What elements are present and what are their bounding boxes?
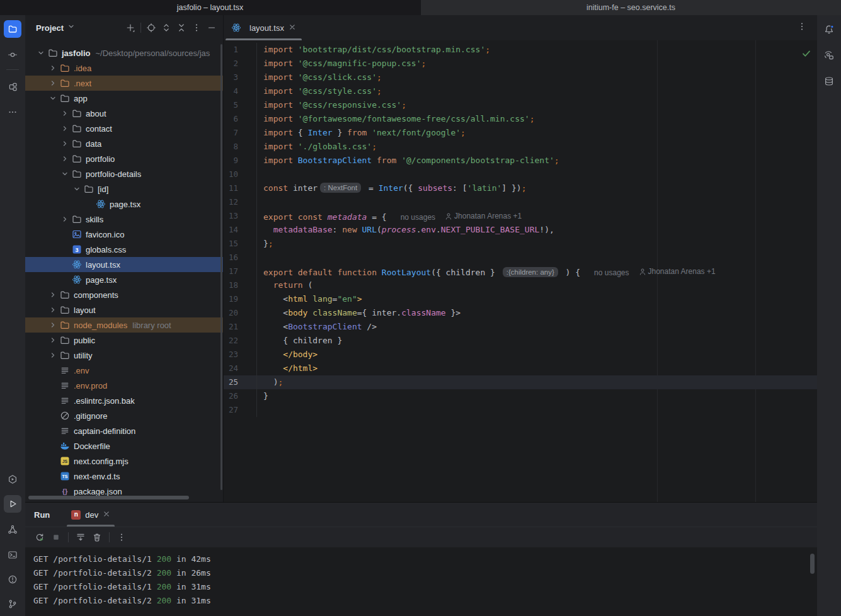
database-icon[interactable] bbox=[820, 72, 838, 90]
commit-icon[interactable] bbox=[4, 46, 21, 64]
window-tab-active[interactable]: jasfolio – layout.tsx bbox=[0, 0, 420, 15]
tree-item-portfolio[interactable]: portfolio bbox=[25, 151, 223, 166]
tree-item-page.tsx[interactable]: page.tsx bbox=[25, 197, 223, 212]
code-editor[interactable]: 1import 'bootstrap/dist/css/bootstrap.mi… bbox=[224, 40, 817, 502]
project-vertical-scrollbar[interactable] bbox=[220, 44, 222, 490]
structure-icon[interactable] bbox=[4, 78, 21, 96]
chevron-right-icon[interactable] bbox=[48, 290, 60, 300]
tree-item-label: next.config.mjs bbox=[74, 457, 129, 466]
project-horizontal-scrollbar[interactable] bbox=[28, 496, 189, 499]
chevron-down-icon[interactable] bbox=[60, 169, 72, 179]
tree-item-components[interactable]: components bbox=[25, 287, 223, 302]
tree-item-label: contact bbox=[86, 124, 112, 134]
line-number: 20 bbox=[224, 306, 257, 320]
options-icon[interactable] bbox=[189, 20, 204, 35]
chevron-right-icon[interactable] bbox=[60, 139, 72, 149]
tree-item-layout.tsx[interactable]: layout.tsx bbox=[25, 257, 223, 272]
tree-item-.env[interactable]: .env bbox=[25, 363, 223, 378]
folder-icon bbox=[72, 108, 82, 118]
tree-item-Dockerfile[interactable]: Dockerfile bbox=[25, 438, 223, 453]
tree-item-captain-definition[interactable]: captain-definition bbox=[25, 423, 223, 438]
run-console[interactable]: GET /portfolio-details/1 200 in 42msGET … bbox=[25, 547, 817, 616]
editor-tab-layout-tsx[interactable]: layout.tsx bbox=[224, 15, 304, 40]
tree-item-.eslintrc.json.bak[interactable]: .eslintrc.json.bak bbox=[25, 393, 223, 408]
collapse-all-icon[interactable] bbox=[174, 20, 189, 35]
project-folder-icon[interactable] bbox=[4, 20, 21, 38]
add-icon[interactable] bbox=[123, 20, 138, 35]
tree-item-.env.prod[interactable]: .env.prod bbox=[25, 378, 223, 393]
expand-all-icon[interactable] bbox=[159, 20, 174, 35]
tree-item-page.tsx[interactable]: page.tsx bbox=[25, 272, 223, 287]
scroll-to-end-icon[interactable] bbox=[72, 530, 89, 545]
console-scrollbar[interactable] bbox=[810, 554, 815, 574]
chevron-right-icon[interactable] bbox=[48, 305, 60, 315]
clear-icon[interactable] bbox=[89, 530, 105, 545]
code-line-14: 14 metadataBase: new URL(process.env.NEX… bbox=[224, 223, 817, 237]
rerun-icon[interactable] bbox=[31, 530, 48, 545]
tree-item-public[interactable]: public bbox=[25, 333, 223, 348]
textfile-icon bbox=[60, 380, 70, 391]
tree-item-globals.css[interactable]: 3globals.css bbox=[25, 242, 223, 257]
tree-item-node_modules[interactable]: node_moduleslibrary root bbox=[25, 317, 223, 333]
chevron-right-icon[interactable] bbox=[60, 154, 72, 164]
terminal-icon[interactable] bbox=[4, 546, 21, 564]
chevron-right-icon[interactable] bbox=[60, 123, 72, 134]
tree-item-skills[interactable]: skills bbox=[25, 212, 223, 227]
tree-item-favicon.ico[interactable]: favicon.ico bbox=[25, 227, 223, 242]
run-tab-dev[interactable]: n dev bbox=[65, 503, 117, 527]
code-line-9: 9import BootstrapClient from '@/componen… bbox=[224, 154, 817, 168]
chevron-down-icon[interactable] bbox=[48, 93, 60, 103]
chevron-right-icon[interactable] bbox=[48, 350, 60, 360]
dependencies-icon[interactable] bbox=[4, 521, 21, 539]
chevron-down-icon[interactable] bbox=[66, 21, 76, 34]
tree-item-.idea[interactable]: .idea bbox=[25, 60, 223, 76]
close-icon[interactable] bbox=[289, 23, 296, 33]
run-icon[interactable] bbox=[4, 495, 21, 513]
tree-item-contact[interactable]: contact bbox=[25, 121, 223, 136]
code-line-20: 20 <body className={ inter.className }> bbox=[224, 306, 817, 320]
inspections-ok-check-icon[interactable] bbox=[802, 48, 811, 62]
chevron-down-icon[interactable] bbox=[72, 184, 84, 194]
options-icon[interactable] bbox=[113, 530, 130, 545]
project-title[interactable]: Project bbox=[36, 23, 64, 33]
line-number: 1 bbox=[224, 43, 257, 57]
tree-item-portfolio-details[interactable]: portfolio-details bbox=[25, 166, 223, 181]
tree-item-app[interactable]: app bbox=[25, 91, 223, 106]
log-line: GET /portfolio-details/2 200 in 31ms bbox=[33, 594, 817, 608]
chevron-right-icon[interactable] bbox=[48, 320, 60, 330]
close-icon[interactable] bbox=[103, 510, 110, 520]
tree-item-utility[interactable]: utility bbox=[25, 348, 223, 363]
tree-item-jasfolio[interactable]: jasfolio~/Desktop/personal/sources/jas bbox=[25, 45, 223, 60]
run-tab-label: dev bbox=[85, 510, 98, 520]
ai-assistant-icon[interactable] bbox=[820, 47, 838, 64]
css-icon: 3 bbox=[72, 244, 82, 254]
window-tab-inactive[interactable]: initium-fe – seo.service.ts bbox=[420, 0, 841, 15]
tree-item-.next[interactable]: .next bbox=[25, 76, 223, 91]
chevron-right-icon[interactable] bbox=[48, 63, 60, 73]
code-line-15: 15}; bbox=[224, 237, 817, 251]
tree-item-layout[interactable]: layout bbox=[25, 302, 223, 317]
services-icon[interactable] bbox=[4, 471, 21, 488]
notifications-icon[interactable] bbox=[820, 21, 838, 38]
chevron-down-icon[interactable] bbox=[36, 48, 48, 58]
editor-options-kebab-icon[interactable] bbox=[797, 21, 807, 34]
tree-item-next.config.mjs[interactable]: JSnext.config.mjs bbox=[25, 453, 223, 469]
chevron-right-icon[interactable] bbox=[48, 78, 60, 88]
chevron-right-icon[interactable] bbox=[60, 214, 72, 224]
hide-icon[interactable] bbox=[204, 20, 219, 35]
chevron-right-icon[interactable] bbox=[48, 335, 60, 345]
tree-item-about[interactable]: about bbox=[25, 106, 223, 121]
locate-icon[interactable] bbox=[144, 20, 159, 35]
more-tool-windows-icon[interactable] bbox=[4, 103, 21, 121]
tree-item-.gitignore[interactable]: .gitignore bbox=[25, 408, 223, 423]
code-line-11: 11const inter: NextFont = Inter({ subset… bbox=[224, 181, 817, 195]
version-control-icon[interactable] bbox=[4, 595, 21, 613]
chevron-right-icon[interactable] bbox=[60, 108, 72, 118]
stop-icon[interactable] bbox=[48, 530, 64, 545]
problems-icon[interactable] bbox=[4, 571, 21, 588]
project-tree[interactable]: jasfolio~/Desktop/personal/sources/jas.i… bbox=[25, 40, 223, 502]
tree-item-[id][interactable]: [id] bbox=[25, 181, 223, 197]
tree-item-next-env.d.ts[interactable]: TSnext-env.d.ts bbox=[25, 469, 223, 484]
line-number: 19 bbox=[224, 292, 257, 306]
tree-item-data[interactable]: data bbox=[25, 136, 223, 151]
